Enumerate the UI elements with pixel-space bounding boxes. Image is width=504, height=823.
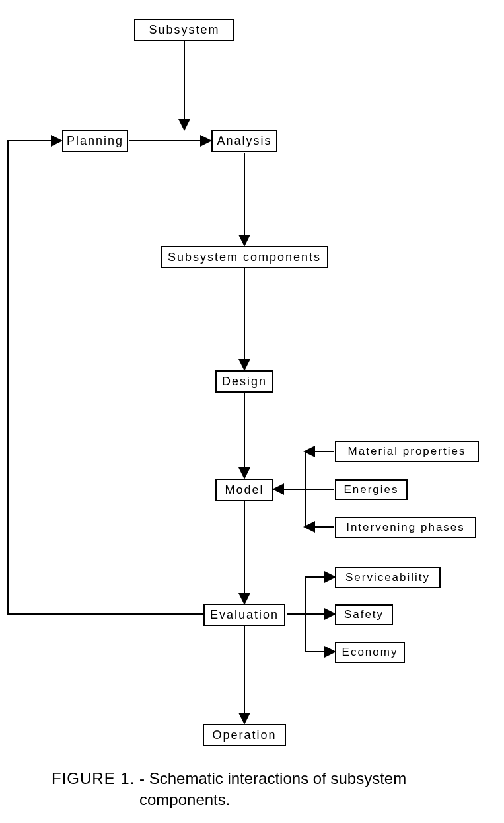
node-model: Model [215,479,273,501]
node-analysis: Analysis [211,130,277,152]
node-label: Design [222,375,267,389]
node-design: Design [215,370,273,393]
node-label: Serviceability [345,571,430,584]
node-subsystem: Subsystem [134,19,234,41]
node-economy: Economy [335,642,405,663]
connector-lines [0,0,504,823]
node-operation: Operation [203,724,286,746]
node-label: Economy [342,646,398,659]
node-label: Subsystem components [168,251,321,264]
figure-caption: FIGURE 1. - Schematic interactions of su… [52,768,474,811]
node-safety: Safety [335,604,393,625]
node-label: Subsystem [149,23,219,37]
node-evaluation: Evaluation [203,604,285,626]
flowchart-canvas: Subsystem Planning Analysis Subsystem co… [0,0,504,823]
node-subsystem-components: Subsystem components [161,246,328,268]
caption-text-2: components. [139,791,230,808]
node-label: Energies [343,483,398,496]
node-planning: Planning [62,130,128,152]
node-label: Planning [67,134,124,148]
figure-label: FIGURE 1. [52,769,135,787]
node-label: Evaluation [210,608,279,622]
node-material-properties: Material properties [335,441,479,462]
node-label: Material properties [348,445,466,458]
node-energies: Energies [335,479,408,500]
node-label: Intervening phases [346,521,465,534]
node-label: Analysis [217,134,271,148]
node-serviceability: Serviceability [335,567,441,588]
node-intervening-phases: Intervening phases [335,517,476,538]
node-label: Operation [212,728,276,742]
caption-text-1: - Schematic interactions of subsystem [135,769,406,787]
node-label: Model [225,483,264,497]
node-label: Safety [344,608,384,621]
